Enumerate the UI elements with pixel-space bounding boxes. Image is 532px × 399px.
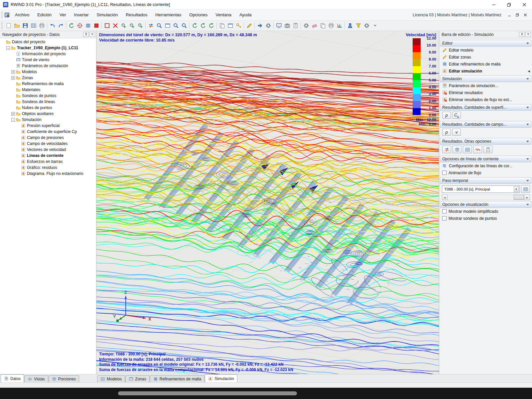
duplicate-button[interactable] xyxy=(319,22,327,30)
section-header-resultados-cantidades-de-superfi[interactable]: Resultados. Cantidades de superfi... xyxy=(440,104,531,111)
run-simulation-button[interactable] xyxy=(119,22,128,30)
center-model-button[interactable] xyxy=(75,22,84,30)
section-header-opciones-de-visualizacion[interactable]: Opciones de visualización xyxy=(440,201,531,208)
full-screen-graphic-button[interactable] xyxy=(275,22,283,30)
menu-edicion[interactable]: Edición xyxy=(33,10,56,20)
zoom-extents-button[interactable] xyxy=(155,22,163,30)
open-project-button[interactable] xyxy=(13,22,21,30)
wind-tunnel-button[interactable] xyxy=(103,22,111,30)
print-graphic-button[interactable] xyxy=(327,22,335,30)
display-settings-button[interactable] xyxy=(264,22,272,30)
menu-ventana[interactable]: Ventana xyxy=(211,10,235,20)
tree-item-parametros-de-simulacion[interactable]: Parámetros de simulación xyxy=(0,63,96,69)
tree-item-objetos-auxiliares[interactable]: +Objetos auxiliares xyxy=(0,111,96,117)
tree-item-refinamientos-de-malla[interactable]: Refinamientos de malla xyxy=(0,81,96,87)
section-header-resultados-cantidades-de-campo[interactable]: Resultados. Cantidades de campo... xyxy=(440,121,531,128)
mesh-settings-button[interactable] xyxy=(84,22,92,30)
menu-herramientas[interactable]: Herramientas xyxy=(151,10,185,20)
minimize-button[interactable] xyxy=(486,0,501,9)
redo-button[interactable] xyxy=(57,22,65,30)
restore-button[interactable] xyxy=(501,0,517,9)
expand-icon[interactable]: + xyxy=(11,76,15,80)
mdi-close-icon[interactable] xyxy=(521,12,529,18)
checkbox-animacion-de-flujo[interactable] xyxy=(442,171,447,175)
zoom-in-button[interactable] xyxy=(172,22,180,30)
panel-item-eliminar-resultados-de-flujo-no-est[interactable]: Eliminar resultados de flujo no est... xyxy=(440,96,531,103)
customize-toolbar-button[interactable] xyxy=(362,22,371,30)
tree-item-materiales[interactable]: Materiales xyxy=(0,87,96,93)
residual-wave-button[interactable] xyxy=(473,146,482,153)
panel-item-eliminar-resultados[interactable]: Eliminar resultados xyxy=(440,89,531,96)
move-mode-button[interactable] xyxy=(256,22,264,30)
menu-insertar[interactable]: Insertar xyxy=(70,10,93,20)
tree-item-diagrama-flujo-no-estacionario[interactable]: Diagrama. Flujo no estacionario xyxy=(0,171,96,177)
navigator-toggle-icon[interactable] xyxy=(4,12,10,18)
delete-results-button[interactable] xyxy=(111,22,119,30)
tab-simulacion[interactable]: Simulación xyxy=(205,374,237,382)
run-mesh-button[interactable] xyxy=(128,22,136,30)
panel-item-editar-zonas[interactable]: Editar zonas xyxy=(440,54,531,61)
menu-ver[interactable]: Ver xyxy=(56,10,70,20)
option-mostrar-sondeos-de-puntos[interactable]: Mostrar sondeos de puntos xyxy=(440,215,531,222)
toolbar-overflow-button[interactable] xyxy=(371,22,379,30)
timestep-table-button[interactable] xyxy=(521,185,530,193)
tree-item-tracker-1v60-ejemplo-1-lc11[interactable]: -Tracker_1V60_Ejemplo (1)_LC11 xyxy=(0,45,96,51)
surface-cp-button[interactable]: Cp xyxy=(452,112,461,119)
section-header-simulacion[interactable]: Simulación xyxy=(440,75,531,82)
panel-item-editar-refinamientos-de-malla[interactable]: Editar refinamientos de malla xyxy=(440,61,531,67)
tab-vistas[interactable]: Vistas xyxy=(24,375,48,382)
rotate-view-button[interactable] xyxy=(191,22,199,30)
tree-item-zonas[interactable]: +Zonas xyxy=(0,75,96,81)
expand-icon[interactable]: + xyxy=(11,70,15,74)
collapse-icon[interactable]: - xyxy=(11,118,15,122)
tree-item-tunel-de-viento[interactable]: Túnel de viento xyxy=(0,57,96,63)
scrollbar-thumb[interactable] xyxy=(118,391,297,395)
edit-user-button[interactable] xyxy=(346,22,354,30)
tab-porciones[interactable]: Porciones xyxy=(49,375,79,382)
tree-item-campo-de-velocidades[interactable]: Campo de velocidades xyxy=(0,141,96,147)
tree-item-datos-del-proyecto[interactable]: Datos del proyecto xyxy=(0,39,96,45)
app-icon[interactable] xyxy=(3,2,9,8)
close-panel-icon[interactable]: ✕ xyxy=(89,32,95,37)
option-mostrar-modelo-simplificado[interactable]: Mostrar modelo simplificado xyxy=(440,208,531,215)
result-table-button[interactable] xyxy=(463,146,472,153)
tree-item-grafico-residuos[interactable]: Gráfico: residuos xyxy=(0,165,96,171)
surface-pressure-button[interactable]: p xyxy=(442,112,451,119)
orbit-view-button[interactable] xyxy=(199,22,207,30)
undo-button[interactable] xyxy=(48,22,57,30)
tree-item-coeficiente-de-superficie-cp[interactable]: Coeficiente de superficie Cp xyxy=(0,129,96,135)
tab-refinamientos-de-malla[interactable]: Refinamientos de malla xyxy=(150,375,204,382)
section-planes-button[interactable] xyxy=(453,146,462,153)
save-project-button[interactable] xyxy=(21,22,29,30)
tree-item-sondeos-de-puntos[interactable]: Sondeos de puntos xyxy=(0,93,96,99)
eraser-button[interactable] xyxy=(310,22,319,30)
export-graphic-button[interactable] xyxy=(291,22,300,30)
expand-icon[interactable]: + xyxy=(11,112,15,116)
tab-zonas[interactable]: Zonas xyxy=(125,375,149,382)
project-tables-button[interactable] xyxy=(29,22,38,30)
tree-item-vectores-de-velocidad[interactable]: Vectores de velocidad xyxy=(0,147,96,153)
mdi-minimize-button[interactable] xyxy=(505,12,513,18)
result-diagrams-button[interactable] xyxy=(335,22,343,30)
tree-item-campo-de-presiones[interactable]: Campo de presiones xyxy=(0,135,96,141)
new-project-button[interactable] xyxy=(4,22,13,30)
timestep-select[interactable]: T088 - 300.00 [s], Principal▾ xyxy=(442,186,520,193)
field-velocity-button[interactable]: v xyxy=(452,129,461,136)
print-button[interactable] xyxy=(38,22,46,30)
regenerate-model-button[interactable] xyxy=(67,22,75,30)
tree-item-modelos[interactable]: +Modelos xyxy=(0,69,96,75)
menu-ayuda[interactable]: Ayuda xyxy=(235,10,256,20)
mdi-restore-button[interactable] xyxy=(513,12,521,18)
panel-item-parametros-de-simulacion[interactable]: Parámetros de simulación... xyxy=(440,82,531,89)
streamline-swap-button[interactable] xyxy=(442,146,451,153)
tab-modelos[interactable]: Modelos xyxy=(97,375,125,382)
field-pressure-button[interactable]: p xyxy=(442,129,451,136)
tree-item-presion-superficial[interactable]: Presión superficial xyxy=(0,123,96,129)
tree-item-lineas-de-corriente[interactable]: Líneas de corriente xyxy=(0,153,96,159)
swap-flow-direction-button[interactable] xyxy=(147,22,155,30)
stop-calculation-button[interactable] xyxy=(92,22,100,30)
tree-item-informacion-del-proyecto[interactable]: Información del proyecto xyxy=(0,51,96,57)
section-header-resultados-otras-opciones[interactable]: Resultados. Otras opciones xyxy=(440,138,531,145)
close-panel-icon[interactable]: ✕ xyxy=(525,32,531,37)
tree-item-nubes-de-puntos[interactable]: Nubes de puntos xyxy=(0,105,96,111)
